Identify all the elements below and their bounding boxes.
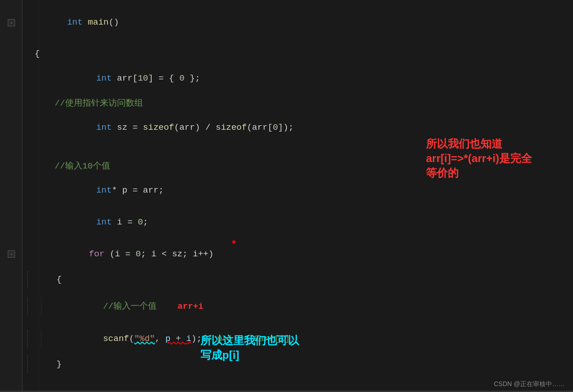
annotation-tr-line1: 所以我们也知道 [426,137,532,151]
line-content-7: //输入10个值 [32,160,110,172]
line-12: //输入一个值 arr+i [0,289,573,323]
line-content-11: { [36,275,61,285]
annotation-bc-line1: 所以这里我们也可以 [200,333,299,348]
line-2: { [0,45,573,62]
line-content-3: int arr[10] = { 0 }; [32,63,200,93]
line-content-14: } [36,359,61,369]
watermark: CSDN @正在审核中…… [494,380,565,388]
line-content-1: int main() [23,2,119,43]
line-11: { [0,270,573,289]
annotation-top-right: 所以我们也知道 arr[i]=>*(arr+i)是完全 等价的 [426,137,532,180]
line-content-10: for (i = 0; i < sz; i++) [32,239,214,269]
line-content-9: int i = 0; [32,207,148,237]
line-9: int i = 0; [0,206,573,238]
line-content-5: int sz = sizeof(arr) / sizeof(arr[0]); [32,112,294,143]
annotation-bottom-center: 所以这里我们也可以 写成p[i] [200,333,299,362]
annotation-tr-line3: 等价的 [426,166,532,180]
line-4: //使用指针来访问数组 [0,94,573,112]
line-1: - int main() [0,0,573,45]
annotation-bc-line2: 写成p[i] [200,348,299,362]
collapse-icon-main[interactable]: - [8,19,15,26]
line-content-4: //使用指针来访问数组 [32,97,143,109]
collapse-icon-for1[interactable]: - [8,250,15,258]
line-15-16 [0,374,573,391]
annotation-tr-line2: arr[i]=>*(arr+i)是完全 [426,151,532,166]
line-content-2: { [32,49,40,59]
line-3: int arr[10] = { 0 }; [0,62,573,94]
line-10: - for (i = 0; i < sz; i++) [0,238,573,270]
line-content-8: int* p = arr; [32,175,164,205]
line-content-12: //输入一个值 arr+i [48,290,204,322]
